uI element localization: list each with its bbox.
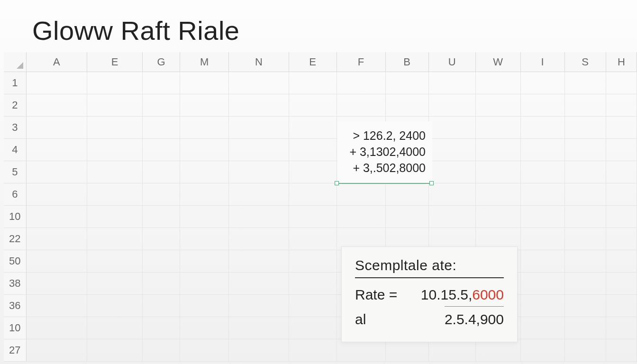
cell[interactable] — [521, 183, 565, 206]
col-header[interactable]: S — [565, 52, 606, 72]
row-header[interactable]: 3 — [4, 117, 27, 139]
cell[interactable] — [429, 161, 476, 183]
cell[interactable] — [27, 161, 88, 183]
cell[interactable] — [289, 250, 337, 273]
cell[interactable] — [229, 139, 289, 161]
cell[interactable] — [289, 94, 337, 117]
cell[interactable] — [565, 250, 606, 273]
cell[interactable] — [143, 295, 180, 317]
cell[interactable] — [476, 161, 521, 183]
cell[interactable] — [386, 72, 429, 94]
row-header[interactable]: 10 — [4, 317, 27, 339]
cell[interactable] — [180, 250, 229, 273]
row-header[interactable]: 50 — [4, 250, 27, 273]
cell[interactable] — [521, 161, 565, 183]
cell[interactable] — [606, 317, 637, 339]
cell[interactable] — [229, 273, 289, 295]
cell[interactable] — [27, 139, 88, 161]
cell[interactable] — [476, 183, 521, 206]
cell[interactable] — [229, 228, 289, 250]
cell[interactable] — [27, 183, 88, 206]
cell[interactable] — [27, 339, 88, 362]
cell[interactable] — [87, 117, 143, 139]
cell[interactable] — [289, 206, 337, 228]
col-header[interactable]: H — [606, 52, 637, 72]
cell[interactable] — [180, 295, 229, 317]
cell[interactable] — [27, 206, 88, 228]
cell[interactable] — [289, 228, 337, 250]
cell[interactable] — [565, 206, 606, 228]
col-header[interactable]: I — [521, 52, 565, 72]
cell[interactable] — [180, 139, 229, 161]
cell[interactable] — [143, 72, 180, 94]
cell[interactable] — [337, 72, 386, 94]
cell[interactable] — [229, 206, 289, 228]
cell[interactable] — [565, 139, 606, 161]
cell[interactable] — [337, 206, 386, 228]
cell[interactable] — [143, 317, 180, 339]
cell[interactable] — [606, 295, 637, 317]
cell[interactable] — [521, 250, 565, 273]
cell[interactable] — [429, 206, 476, 228]
cell[interactable] — [143, 273, 180, 295]
cell[interactable] — [565, 183, 606, 206]
cell[interactable] — [606, 206, 637, 228]
cell[interactable] — [521, 206, 565, 228]
cell[interactable] — [337, 339, 386, 362]
cell[interactable] — [606, 183, 637, 206]
cell[interactable] — [386, 94, 429, 117]
cell[interactable] — [521, 139, 565, 161]
cell[interactable] — [27, 250, 88, 273]
cell[interactable] — [606, 161, 637, 183]
selection-handle-left-icon[interactable] — [335, 181, 339, 185]
col-header[interactable]: U — [429, 52, 476, 72]
cell[interactable] — [229, 317, 289, 339]
cell[interactable] — [565, 317, 606, 339]
cell[interactable] — [143, 161, 180, 183]
col-header[interactable]: N — [229, 52, 289, 72]
cell[interactable] — [143, 139, 180, 161]
cell[interactable] — [87, 339, 143, 362]
cell[interactable] — [289, 117, 337, 139]
cell[interactable] — [386, 183, 429, 206]
row-header[interactable]: 38 — [4, 273, 27, 295]
cell[interactable] — [229, 161, 289, 183]
col-header[interactable]: G — [143, 52, 180, 72]
col-header[interactable]: A — [27, 52, 88, 72]
row-header[interactable]: 36 — [4, 295, 27, 317]
cell[interactable] — [180, 206, 229, 228]
cell[interactable] — [521, 295, 565, 317]
cell[interactable] — [476, 139, 521, 161]
cell[interactable] — [87, 94, 143, 117]
cell[interactable] — [229, 295, 289, 317]
cell[interactable] — [289, 295, 337, 317]
cell[interactable] — [606, 94, 637, 117]
cell[interactable] — [180, 117, 229, 139]
cell[interactable] — [229, 183, 289, 206]
cell[interactable] — [521, 117, 565, 139]
cell[interactable] — [476, 94, 521, 117]
cell[interactable] — [476, 339, 521, 362]
col-header[interactable]: F — [337, 52, 386, 72]
cell[interactable] — [565, 339, 606, 362]
col-header[interactable]: W — [476, 52, 521, 72]
cell[interactable] — [143, 117, 180, 139]
cell[interactable] — [521, 228, 565, 250]
cell[interactable] — [143, 339, 180, 362]
cell[interactable] — [429, 72, 476, 94]
cell[interactable] — [87, 183, 143, 206]
row-header[interactable]: 27 — [4, 339, 27, 362]
cell[interactable] — [565, 273, 606, 295]
cell[interactable] — [229, 117, 289, 139]
cell[interactable] — [229, 339, 289, 362]
cell[interactable] — [229, 72, 289, 94]
cell[interactable] — [87, 228, 143, 250]
spreadsheet-grid[interactable]: A E G M N E F B U W I S H 12345610225038… — [4, 52, 637, 362]
cell[interactable] — [521, 94, 565, 117]
cell[interactable] — [521, 72, 565, 94]
cell[interactable] — [565, 161, 606, 183]
cell[interactable] — [386, 206, 429, 228]
cell[interactable] — [476, 117, 521, 139]
cell[interactable] — [180, 339, 229, 362]
cell[interactable] — [143, 250, 180, 273]
